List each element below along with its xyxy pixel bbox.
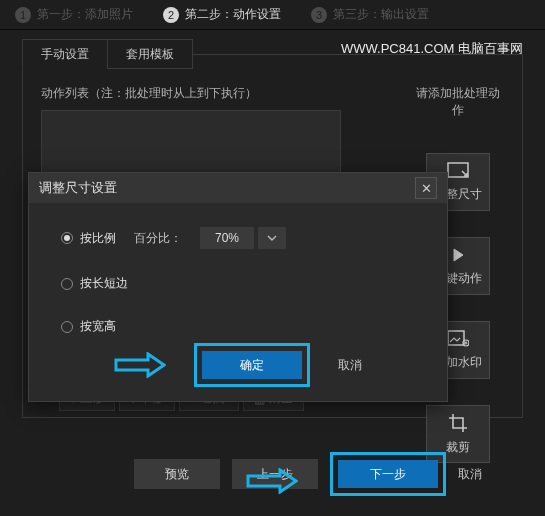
cancel-button[interactable]: 取消 xyxy=(458,466,482,483)
radio-dot-icon xyxy=(61,232,73,244)
percent-value: 70% xyxy=(200,227,254,249)
percent-combo[interactable]: 70% xyxy=(200,227,286,249)
image-plus-icon xyxy=(447,330,469,348)
radio-label: 按长短边 xyxy=(80,275,128,292)
next-highlight: 下一步 xyxy=(330,452,446,496)
radio-by-width-height[interactable]: 按宽高 xyxy=(61,318,116,335)
step-label: 第三步：输出设置 xyxy=(333,6,429,23)
pointer-arrow-icon xyxy=(246,468,298,494)
tab-manual[interactable]: 手动设置 xyxy=(22,39,108,69)
dialog-title-text: 调整尺寸设置 xyxy=(39,180,117,197)
radio-label: 按宽高 xyxy=(80,318,116,335)
dialog-ok-button[interactable]: 确定 xyxy=(202,351,302,379)
radio-by-ratio[interactable]: 按比例 xyxy=(61,230,116,247)
close-icon: ✕ xyxy=(421,181,432,196)
ok-highlight: 确定 xyxy=(194,343,310,387)
next-step-button[interactable]: 下一步 xyxy=(338,460,438,488)
wizard-steps: 1 第一步：添加照片 2 第二步：动作设置 3 第三步：输出设置 xyxy=(0,0,545,30)
radio-label: 按比例 xyxy=(80,230,116,247)
radio-dot-icon xyxy=(61,278,73,290)
svg-rect-1 xyxy=(448,331,464,345)
step-label: 第二步：动作设置 xyxy=(185,6,281,23)
dialog-titlebar[interactable]: 调整尺寸设置 ✕ xyxy=(29,173,447,203)
add-action-hint: 请添加批处理动作 xyxy=(412,85,504,119)
step-1[interactable]: 1 第一步：添加照片 xyxy=(0,0,148,29)
step-number: 2 xyxy=(163,7,179,23)
percent-label: 百分比： xyxy=(134,230,182,247)
chevron-down-icon[interactable] xyxy=(258,227,286,249)
action-list-label: 动作列表（注：批处理时从上到下执行） xyxy=(41,85,412,102)
dialog-cancel-button[interactable]: 取消 xyxy=(338,357,362,374)
resize-dialog: 调整尺寸设置 ✕ 按比例 百分比： 70% 按长短边 xyxy=(28,172,448,402)
pointer-arrow-icon xyxy=(114,352,166,378)
step-number: 3 xyxy=(311,7,327,23)
resize-icon xyxy=(447,162,469,180)
step-label: 第一步：添加照片 xyxy=(37,6,133,23)
tabs: 手动设置 套用模板 xyxy=(23,39,522,69)
step-2[interactable]: 2 第二步：动作设置 xyxy=(148,0,296,29)
radio-dot-icon xyxy=(61,321,73,333)
dialog-close-button[interactable]: ✕ xyxy=(415,177,437,199)
tab-template[interactable]: 套用模板 xyxy=(107,39,193,69)
crop-icon xyxy=(448,413,468,433)
play-icon xyxy=(449,246,467,264)
radio-by-short-side[interactable]: 按长短边 xyxy=(61,275,128,292)
preview-button[interactable]: 预览 xyxy=(134,459,220,489)
step-number: 1 xyxy=(15,7,31,23)
step-3[interactable]: 3 第三步：输出设置 xyxy=(296,0,444,29)
